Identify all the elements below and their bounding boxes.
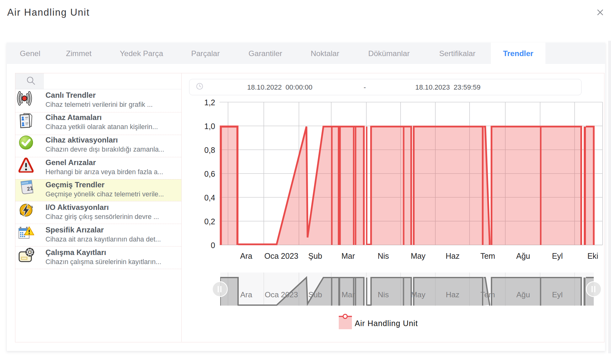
svg-text:0,4: 0,4 bbox=[204, 193, 215, 202]
svg-text:Eyl: Eyl bbox=[552, 252, 563, 260]
svg-text:1,0: 1,0 bbox=[204, 122, 215, 131]
svg-text:Ağu: Ağu bbox=[516, 252, 530, 260]
svg-text:Mar: Mar bbox=[341, 252, 355, 260]
svg-text:0,2: 0,2 bbox=[204, 217, 215, 226]
svg-text:0,8: 0,8 bbox=[204, 146, 215, 154]
svg-text:Oca 2023: Oca 2023 bbox=[265, 290, 298, 299]
svg-text:0,6: 0,6 bbox=[204, 169, 215, 178]
svg-text:Eyl: Eyl bbox=[552, 290, 563, 299]
svg-text:Nis: Nis bbox=[378, 252, 389, 260]
svg-text:Oca 2023: Oca 2023 bbox=[264, 252, 298, 260]
svg-text:Ara: Ara bbox=[240, 290, 252, 299]
svg-text:Haz: Haz bbox=[446, 290, 460, 299]
svg-text:1,2: 1,2 bbox=[204, 98, 215, 107]
svg-text:Haz: Haz bbox=[446, 252, 460, 260]
svg-text:Air Handling Unit: Air Handling Unit bbox=[355, 319, 418, 328]
svg-text:Tem: Tem bbox=[480, 252, 495, 260]
svg-text:Nis: Nis bbox=[378, 290, 389, 299]
svg-text:Şub: Şub bbox=[308, 252, 322, 260]
svg-text:Mar: Mar bbox=[342, 290, 355, 299]
svg-text:Ara: Ara bbox=[240, 252, 252, 260]
svg-text:May: May bbox=[411, 252, 426, 260]
svg-text:0: 0 bbox=[211, 241, 215, 250]
svg-text:Eki: Eki bbox=[587, 252, 598, 260]
svg-text:May: May bbox=[411, 290, 426, 299]
svg-text:Şub: Şub bbox=[308, 290, 322, 299]
svg-text:Tem: Tem bbox=[481, 290, 495, 299]
svg-text:Ağu: Ağu bbox=[516, 290, 530, 299]
